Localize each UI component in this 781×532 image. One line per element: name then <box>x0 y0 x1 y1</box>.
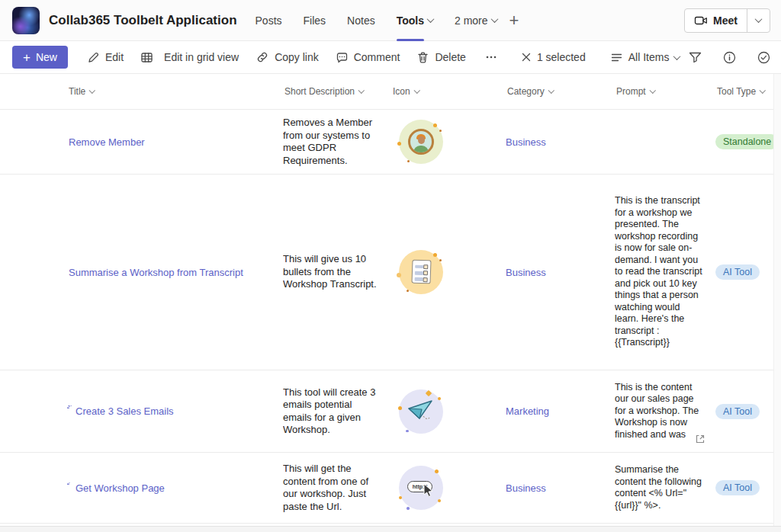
document-graphic <box>411 260 431 284</box>
item-title-link[interactable]: Create 3 Sales Emails <box>67 405 283 417</box>
prompt-text: Summarise the content the following cont… <box>615 453 715 523</box>
app-header: Collab365 Toolbelt Application Posts Fil… <box>0 0 781 41</box>
icon-cell: http:// <box>391 466 506 510</box>
edit-in-grid-view-button[interactable]: Edit in grid view <box>132 46 247 69</box>
url-cursor-icon: http:// <box>399 466 443 510</box>
table-row[interactable]: Summarise a Workshop from Transcript Thi… <box>0 175 781 370</box>
edit-button[interactable]: Edit <box>79 46 132 69</box>
column-header-prompt[interactable]: Prompt <box>615 86 715 97</box>
tool-type-cell: AI Tool <box>715 480 781 495</box>
vertical-scrollbar[interactable] <box>773 74 781 526</box>
tool-type-badge: AI Tool <box>715 264 760 280</box>
copy-link-button[interactable]: Copy link <box>247 46 327 69</box>
ellipsis-icon <box>484 50 498 64</box>
person-portrait-icon <box>399 120 443 164</box>
list-view-icon <box>610 51 623 64</box>
chevron-down-icon <box>760 88 766 94</box>
comment-icon <box>336 51 349 64</box>
plus-icon: + <box>23 51 31 64</box>
table-row[interactable]: Get Workshop Page This will get the cont… <box>0 453 781 524</box>
meet-button-group: Meet <box>684 8 770 33</box>
trash-icon <box>416 51 429 64</box>
item-title-link[interactable]: Get Workshop Page <box>67 482 283 494</box>
meet-options-button[interactable] <box>747 9 770 32</box>
tool-type-cell: Standalone <box>715 134 781 149</box>
chevron-down-icon <box>548 88 554 94</box>
clear-selection-button[interactable]: 1 selected <box>513 46 594 69</box>
column-header-tool-type[interactable]: Tool Type <box>715 86 781 97</box>
tool-type-badge: AI Tool <box>715 404 760 419</box>
checklist-document-icon <box>399 250 443 294</box>
table-row[interactable]: Remove Member Removes a Member from our … <box>0 110 781 175</box>
chevron-down-icon <box>89 88 95 94</box>
category-link[interactable]: Business <box>506 136 615 148</box>
chevron-down-icon <box>673 53 681 60</box>
view-selector[interactable]: All Items <box>602 46 689 69</box>
paper-plane-graphic <box>408 400 434 423</box>
camera-icon <box>694 14 708 27</box>
list-area: Title Short Description Icon Category Pr… <box>0 74 781 532</box>
column-header-short-description[interactable]: Short Description <box>283 86 391 97</box>
column-header-icon[interactable]: Icon <box>391 86 506 97</box>
info-icon[interactable] <box>722 50 737 65</box>
paper-plane-icon <box>399 389 443 434</box>
tool-type-badge: AI Tool <box>715 480 760 495</box>
icon-cell <box>391 120 506 164</box>
short-description: This will get the content from one of ou… <box>283 463 391 513</box>
toolbar-right-icons <box>688 50 771 65</box>
meet-button[interactable]: Meet <box>685 9 747 32</box>
prompt-text: This is the transcript for a workshop we… <box>615 175 715 370</box>
tab-notes[interactable]: Notes <box>347 0 375 41</box>
column-header-category[interactable]: Category <box>506 86 615 97</box>
dismiss-icon <box>521 52 532 62</box>
new-button[interactable]: + New <box>12 46 68 69</box>
tool-type-badge: Standalone <box>715 134 779 149</box>
link-icon <box>256 50 269 64</box>
icon-cell <box>391 250 506 294</box>
prompt-text: This is the content our our sales page f… <box>615 370 715 452</box>
column-header-title[interactable]: Title <box>67 86 283 97</box>
comment-button[interactable]: Comment <box>327 46 409 69</box>
app-logo <box>12 7 40 34</box>
cursor-arrow-graphic <box>423 484 435 497</box>
filter-icon[interactable] <box>688 50 702 65</box>
new-item-sparkle-icon <box>67 482 75 491</box>
tab-posts[interactable]: Posts <box>256 0 282 41</box>
prompt-text <box>615 110 715 174</box>
more-actions-button[interactable] <box>474 46 508 69</box>
short-description: This will give us 10 bullets from the Wo… <box>283 253 391 291</box>
checkmark-circle-icon[interactable] <box>757 50 771 65</box>
page-title: Collab365 Toolbelt Application <box>49 13 237 28</box>
avatar <box>408 129 434 155</box>
chevron-down-icon <box>755 15 763 23</box>
add-tab-button[interactable]: + <box>509 12 519 29</box>
item-title-link[interactable]: Remove Member <box>67 136 283 148</box>
chevron-down-icon <box>358 88 365 94</box>
delete-button[interactable]: Delete <box>408 46 474 69</box>
tab-tools[interactable]: Tools <box>397 0 433 41</box>
category-link[interactable]: Business <box>506 482 615 494</box>
expand-prompt-icon[interactable] <box>696 434 705 447</box>
chevron-down-icon <box>427 15 435 23</box>
category-link[interactable]: Marketing <box>506 405 615 417</box>
tab-more[interactable]: 2 more <box>455 0 497 41</box>
table-row[interactable]: Create 3 Sales Emails This tool will cre… <box>0 370 781 453</box>
new-item-sparkle-icon <box>67 405 75 414</box>
horizontal-scrollbar[interactable] <box>0 526 781 532</box>
pencil-icon <box>87 51 100 64</box>
tool-type-cell: AI Tool <box>715 264 781 280</box>
tab-files[interactable]: Files <box>304 0 326 41</box>
channel-tabs: Posts Files Notes Tools 2 more <box>256 0 497 41</box>
column-headers: Title Short Description Icon Category Pr… <box>0 74 781 110</box>
list-toolbar: + New Edit Edit in grid view Copy link C… <box>0 41 781 74</box>
chevron-down-icon <box>414 88 420 94</box>
icon-cell <box>391 389 506 434</box>
chevron-down-icon <box>650 88 656 94</box>
grid-icon <box>140 51 153 64</box>
item-title-link[interactable]: Summarise a Workshop from Transcript <box>67 267 283 278</box>
short-description: This tool will create 3 emails potential… <box>283 386 391 437</box>
chevron-down-icon <box>490 15 498 23</box>
category-link[interactable]: Business <box>506 267 615 278</box>
short-description: Removes a Member from our systems to mee… <box>283 117 391 167</box>
meet-label: Meet <box>713 14 738 27</box>
